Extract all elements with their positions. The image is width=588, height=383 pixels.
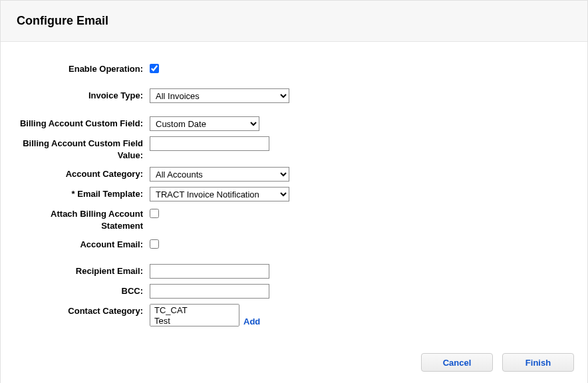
configure-email-dialog: ✖ Configure Email Enable Operation: Invo…: [0, 0, 588, 383]
contact-category-select[interactable]: TC_CAT Test: [150, 304, 239, 326]
account-email-checkbox[interactable]: [150, 239, 159, 249]
account-category-select[interactable]: All Accounts: [150, 167, 289, 182]
billing-account-cfv-label: Billing Account Custom Field Value:: [17, 136, 150, 162]
dialog-header: Configure Email: [1, 1, 587, 42]
invoice-type-select[interactable]: All Invoices: [150, 88, 289, 103]
enable-operation-label: Enable Operation:: [17, 62, 150, 75]
billing-account-cfv-input[interactable]: [150, 136, 269, 151]
attach-stmt-checkbox[interactable]: [150, 209, 159, 218]
attach-stmt-label: Attach Billing Account Statement: [17, 207, 150, 232]
form-body: Enable Operation: Invoice Type: All Invo…: [1, 42, 587, 345]
account-email-label: Account Email:: [17, 237, 150, 251]
email-template-label: * Email Template:: [17, 187, 150, 200]
billing-account-cf-select[interactable]: Custom Date: [150, 116, 259, 131]
recipient-email-label: Recipient Email:: [17, 264, 150, 277]
invoice-type-label: Invoice Type:: [17, 88, 150, 102]
recipient-email-input[interactable]: [150, 264, 269, 279]
button-bar: Cancel Finish: [1, 345, 587, 383]
enable-operation-checkbox[interactable]: [150, 64, 159, 73]
contact-category-label: Contact Category:: [17, 304, 150, 317]
cancel-button[interactable]: Cancel: [421, 353, 493, 372]
add-link[interactable]: Add: [243, 317, 260, 326]
dialog-title: Configure Email: [17, 14, 571, 28]
bcc-label: BCC:: [17, 284, 150, 297]
bcc-input[interactable]: [150, 284, 269, 299]
finish-button[interactable]: Finish: [502, 353, 574, 372]
billing-account-cf-label: Billing Account Custom Field:: [17, 116, 150, 130]
email-template-select[interactable]: TRACT Invoice Notification: [150, 187, 289, 201]
account-category-label: Account Category:: [17, 167, 150, 180]
